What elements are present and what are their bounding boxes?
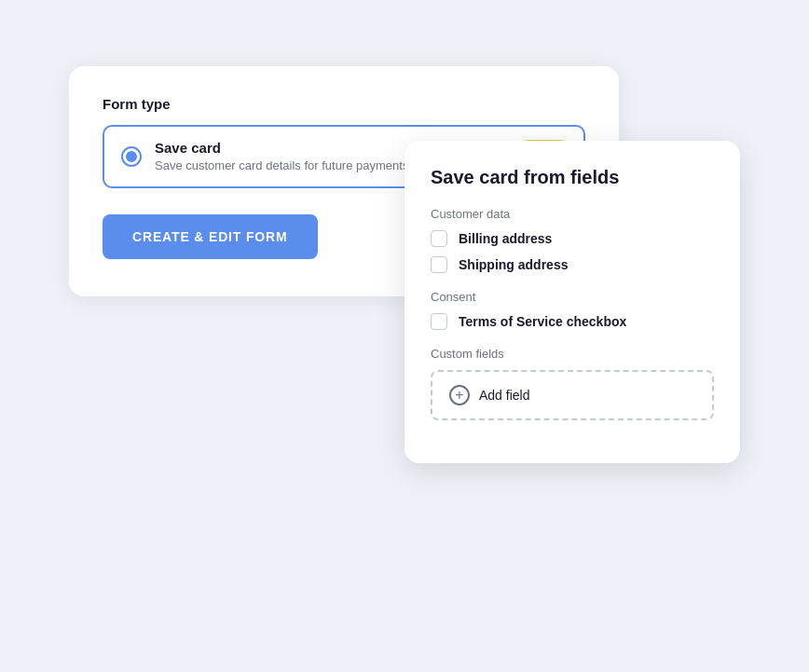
consent-label: Consent: [431, 290, 714, 304]
create-edit-form-button[interactable]: CREATE & EDIT FORM: [103, 214, 318, 259]
billing-address-row[interactable]: Billing address: [431, 230, 714, 247]
customer-data-section: Customer data Billing address Shipping a…: [431, 207, 714, 273]
panel-title: Save card from fields: [431, 167, 714, 188]
radio-inner: [126, 151, 137, 162]
add-field-button[interactable]: + Add field: [431, 370, 714, 420]
custom-fields-label: Custom fields: [431, 347, 714, 361]
tos-row[interactable]: Terms of Service checkbox: [431, 313, 714, 330]
custom-fields-section: Custom fields + Add field: [431, 347, 714, 420]
radio-button[interactable]: [121, 146, 142, 167]
shipping-address-checkbox[interactable]: [431, 256, 447, 273]
billing-address-checkbox[interactable]: [431, 230, 447, 247]
plus-circle-icon: +: [449, 385, 470, 405]
consent-section: Consent Terms of Service checkbox: [431, 290, 714, 330]
shipping-address-row[interactable]: Shipping address: [431, 256, 714, 273]
save-card-fields-panel: Save card from fields Customer data Bill…: [404, 141, 740, 463]
billing-address-label: Billing address: [459, 231, 552, 246]
tos-checkbox[interactable]: [431, 313, 447, 330]
customer-data-label: Customer data: [431, 207, 714, 221]
add-field-label: Add field: [479, 388, 529, 403]
tos-label: Terms of Service checkbox: [459, 314, 626, 329]
form-type-label: Form type: [103, 96, 585, 112]
shipping-address-label: Shipping address: [459, 257, 568, 272]
